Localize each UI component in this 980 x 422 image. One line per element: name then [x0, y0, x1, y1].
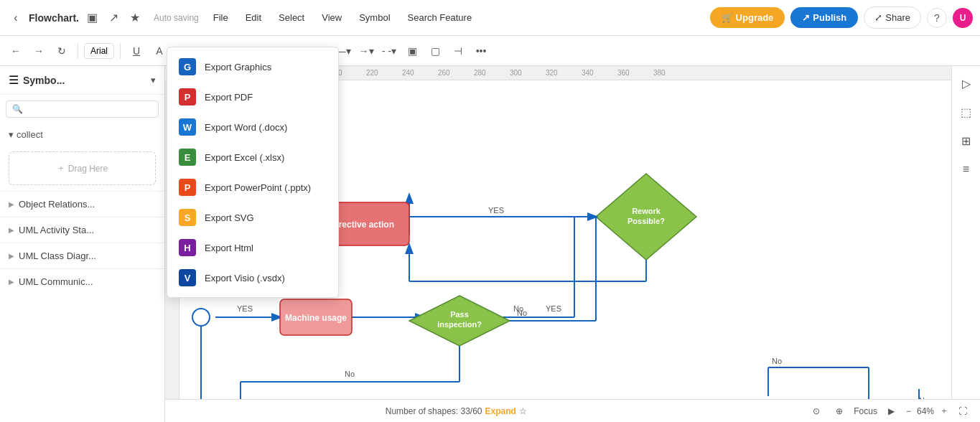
svg-text:inspection?: inspection?	[437, 320, 482, 329]
export-svg-item[interactable]: S Export SVG	[167, 202, 338, 233]
app-title: Flowchart.	[29, 12, 79, 24]
export-excel-item[interactable]: E Export Excel (.xlsx)	[167, 142, 338, 172]
collect-arrow[interactable]: ▾	[9, 129, 14, 140]
right-panel: ▷ ⬚ ⊞ ≡	[951, 66, 980, 422]
saving-status: Auto saving	[154, 13, 199, 23]
zoom-in-button[interactable]: ＋	[940, 405, 948, 417]
export-graphics-item[interactable]: G Export Graphics	[167, 52, 338, 82]
focus-icon[interactable]: ⊕	[831, 403, 848, 420]
reset-button[interactable]: ↻	[52, 41, 72, 61]
export-pptx-icon: P	[179, 179, 196, 196]
status-center: Number of shapes: 33/60 Expand ☆	[113, 406, 799, 416]
svg-text:Possible?: Possible?	[627, 217, 665, 225]
menu-symbol[interactable]: Symbol	[350, 8, 398, 27]
export-html-icon: H	[179, 239, 196, 256]
export-visio-label: Export Visio (.vsdx)	[205, 273, 285, 283]
export-word-icon: W	[179, 118, 196, 136]
lines-icon[interactable]: ≡	[955, 158, 978, 181]
export-graphics-icon: G	[179, 58, 196, 75]
export-visio-icon: V	[179, 269, 196, 286]
section-label: Object Relations...	[19, 199, 95, 210]
export-svg-label: Export SVG	[205, 212, 254, 223]
toolbar: ← → ↻ Arial U A I ☰ ≡▾ T ◈ ✏ ⌐ —▾ →▾ - -…	[0, 36, 980, 66]
star-icon[interactable]: ★	[126, 9, 144, 27]
export-graphics-label: Export Graphics	[205, 62, 271, 72]
layer-front-button[interactable]: ▣	[402, 41, 422, 61]
grid-icon[interactable]: ⊞	[955, 129, 978, 152]
zoom-out-button[interactable]: −	[906, 406, 911, 416]
topbar-left: ‹ Flowchart. ▣ ↗ ★ Auto saving	[7, 9, 199, 27]
export-html-item[interactable]: H Export Html	[167, 233, 338, 263]
section-label: UML Class Diagr...	[19, 250, 96, 261]
export-pdf-icon: P	[179, 88, 196, 106]
svg-text:YES: YES	[237, 304, 253, 313]
export-pptx-item[interactable]: P Export PowerPoint (.pptx)	[167, 172, 338, 202]
sidebar-item-uml-communic[interactable]: ▶ UML Communic...	[0, 268, 164, 294]
star-icon-status: ☆	[519, 406, 527, 416]
status-right: ⊙ ⊕ Focus ▶ − 64% ＋ ⛶	[808, 403, 971, 420]
export-icon[interactable]: ↗	[105, 9, 122, 27]
layer-back-button[interactable]: ▢	[425, 41, 445, 61]
arrow-icon: ▶	[9, 278, 14, 286]
svg-text:Pass: Pass	[450, 310, 469, 319]
expand-button[interactable]: Expand	[485, 406, 516, 416]
menu-view[interactable]: View	[313, 8, 350, 27]
export-visio-item[interactable]: V Export Visio (.vsdx)	[167, 263, 338, 293]
shapes-count: Number of shapes: 33/60	[386, 406, 482, 416]
arrow-icon: ▶	[9, 226, 14, 234]
underline-button[interactable]: U	[126, 41, 146, 61]
svg-text:Machine usage: Machine usage	[285, 313, 347, 323]
line-dash-button[interactable]: - -▾	[379, 41, 399, 61]
sidebar-arrow[interactable]: ▾	[151, 75, 156, 85]
export-pdf-item[interactable]: P Export PDF	[167, 82, 338, 112]
sidebar-item-uml-activity[interactable]: ▶ UML Activity Sta...	[0, 217, 164, 243]
separator-1	[78, 43, 78, 59]
undo-button[interactable]: ←	[6, 41, 26, 61]
menu-select[interactable]: Select	[270, 8, 313, 27]
plus-icon: ＋	[57, 162, 65, 174]
publish-button[interactable]: ↗ Publish	[790, 7, 858, 28]
fullscreen-icon[interactable]: ⛶	[954, 403, 971, 420]
publish-label: Publish	[813, 12, 846, 23]
export-svg-icon: S	[179, 209, 196, 226]
svg-text:No: No	[772, 357, 782, 365]
format-icon[interactable]: ⬚	[955, 100, 978, 123]
export-dropdown-menu: G Export Graphics P Export PDF W Export …	[167, 47, 339, 298]
font-selector[interactable]: Arial	[84, 43, 114, 59]
export-html-label: Export Html	[205, 243, 253, 253]
share-icon: ⤢	[874, 12, 882, 23]
arrow-icon: ▶	[9, 200, 14, 208]
export-pdf-label: Export PDF	[205, 92, 253, 103]
share-button[interactable]: ⤢ Share	[864, 6, 921, 29]
sidebar-item-object-relations[interactable]: ▶ Object Relations...	[0, 191, 164, 217]
main-area: ☰ Symbo... ▾ 🔍 ▾ collect ＋ Drag Here ▶ O…	[0, 66, 980, 422]
export-word-item[interactable]: W Export Word (.docx)	[167, 112, 338, 142]
section-label: UML Communic...	[19, 276, 93, 287]
back-icon[interactable]: ‹	[7, 9, 24, 27]
export-pptx-label: Export PowerPoint (.pptx)	[205, 182, 311, 193]
arrow-style-button[interactable]: →▾	[356, 41, 376, 61]
drag-here-box: ＋ Drag Here	[9, 151, 156, 185]
align-left-button[interactable]: ⊣	[448, 41, 468, 61]
redo-button[interactable]: →	[29, 41, 49, 61]
menu-edit[interactable]: Edit	[237, 8, 270, 27]
sidebar-item-uml-class[interactable]: ▶ UML Class Diagr...	[0, 243, 164, 268]
menu-file[interactable]: File	[205, 8, 237, 27]
play-icon[interactable]: ▶	[883, 403, 900, 420]
more-button[interactable]: •••	[471, 41, 491, 61]
search-bar[interactable]: 🔍	[6, 100, 159, 118]
avatar[interactable]: U	[953, 8, 973, 28]
focus-label: Focus	[854, 406, 877, 416]
svg-text:YES: YES	[546, 304, 561, 313]
upgrade-button[interactable]: 🛒 Upgrade	[710, 7, 785, 28]
properties-icon[interactable]: ▷	[955, 72, 978, 95]
menu-search-feature[interactable]: Search Feature	[399, 8, 481, 27]
help-icon[interactable]: ?	[927, 8, 947, 28]
save-icon[interactable]: ▣	[83, 9, 101, 27]
topbar: ‹ Flowchart. ▣ ↗ ★ Auto saving File Edit…	[0, 0, 980, 36]
topbar-right: 🛒 Upgrade ↗ Publish ⤢ Share ? U	[710, 6, 973, 29]
layers-icon[interactable]: ⊙	[808, 403, 825, 420]
publish-icon: ↗	[802, 12, 810, 23]
collect-section: ▾ collect	[0, 123, 164, 146]
collect-label: ▾ collect	[9, 129, 156, 140]
